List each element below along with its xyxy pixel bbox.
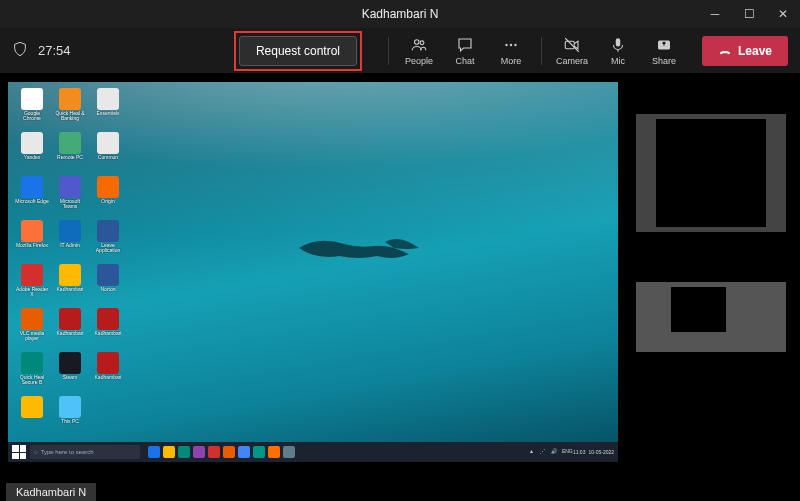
icon-label: Origin: [101, 199, 114, 204]
taskbar-app[interactable]: [223, 446, 235, 458]
desktop-icon[interactable]: [14, 396, 50, 438]
people-icon: [410, 36, 428, 54]
app-icon: [59, 132, 81, 154]
hangup-icon: [718, 44, 732, 58]
app-icon: [59, 88, 81, 110]
desktop-icon[interactable]: Common: [90, 132, 126, 174]
search-icon: ○: [34, 449, 38, 455]
clock-date: 10-05-2022: [588, 449, 614, 455]
more-button[interactable]: More: [489, 36, 533, 66]
desktop-icon[interactable]: Microsoft Teams: [52, 176, 88, 218]
divider: [388, 37, 389, 65]
share-button[interactable]: Share: [642, 36, 686, 66]
icon-label: This PC: [61, 419, 79, 424]
desktop-icon[interactable]: This PC: [52, 396, 88, 438]
participant-name-tag: Kadhambari N: [6, 483, 96, 501]
taskbar-app[interactable]: [253, 446, 265, 458]
desktop-icon[interactable]: VLC media player: [14, 308, 50, 350]
app-icon: [97, 220, 119, 242]
app-icon: [21, 264, 43, 286]
icon-label: Common: [98, 155, 118, 160]
desktop-icon[interactable]: Leave Application: [90, 220, 126, 262]
shared-taskbar[interactable]: ○ Type here to search ▲ ⋰ 🔊 ENG 11:03 10…: [8, 442, 618, 462]
desktop-icon[interactable]: Yandex: [14, 132, 50, 174]
app-icon: [59, 176, 81, 198]
taskbar-app[interactable]: [208, 446, 220, 458]
participant-thumbnail[interactable]: [636, 114, 786, 232]
svg-rect-7: [616, 38, 621, 46]
desktop-icon[interactable]: Microsoft Edge: [14, 176, 50, 218]
desktop-icon[interactable]: Remote PC: [52, 132, 88, 174]
request-control-button[interactable]: Request control: [239, 36, 357, 66]
taskbar-app[interactable]: [238, 446, 250, 458]
volume-icon: 🔊: [551, 448, 559, 456]
app-icon: [97, 132, 119, 154]
taskbar-search[interactable]: ○ Type here to search: [30, 445, 140, 459]
svg-point-3: [510, 43, 512, 45]
icon-label: Microsoft Edge: [15, 199, 48, 204]
taskbar-app[interactable]: [283, 446, 295, 458]
app-icon: [59, 308, 81, 330]
icon-label: Norton: [100, 287, 115, 292]
system-tray[interactable]: ▲ ⋰ 🔊 ENG 11:03 10-05-2022: [529, 448, 614, 456]
app-icon: [21, 176, 43, 198]
window-controls: ─ ☐ ✕: [698, 0, 800, 28]
desktop-icon[interactable]: Google Chrome: [14, 88, 50, 130]
taskbar-app[interactable]: [268, 446, 280, 458]
desktop-icon[interactable]: IT Admin: [52, 220, 88, 262]
camera-button[interactable]: Camera: [550, 36, 594, 66]
self-thumbnail[interactable]: [636, 282, 786, 352]
main-stage: Google ChromeQuick Heal & BankingEssenti…: [0, 74, 632, 501]
search-placeholder: Type here to search: [41, 449, 94, 455]
start-button[interactable]: [12, 445, 26, 459]
tray-icon: ▲: [529, 448, 537, 456]
more-label: More: [501, 56, 522, 66]
icon-label: Essentials: [97, 111, 120, 116]
request-control-highlight: Request control: [234, 31, 362, 71]
desktop-icon[interactable]: Quick Heal & Banking: [52, 88, 88, 130]
shared-screen[interactable]: Google ChromeQuick Heal & BankingEssenti…: [8, 82, 618, 462]
app-icon: [97, 88, 119, 110]
desktop-icon[interactable]: Origin: [90, 176, 126, 218]
desktop-icon[interactable]: Kadhambari: [90, 352, 126, 394]
more-icon: [502, 36, 520, 54]
desktop-icon[interactable]: Adobe Reader X: [14, 264, 50, 306]
desktop-icon[interactable]: Kadhambari: [90, 308, 126, 350]
call-title: Kadhambari N: [362, 7, 439, 21]
taskbar-app[interactable]: [178, 446, 190, 458]
icon-label: Kadhambari: [95, 375, 122, 380]
close-button[interactable]: ✕: [766, 0, 800, 28]
app-icon: [21, 88, 43, 110]
taskbar-app[interactable]: [148, 446, 160, 458]
icon-label: Kadhambari: [57, 331, 84, 336]
desktop-icons-grid: Google ChromeQuick Heal & BankingEssenti…: [14, 88, 126, 438]
app-icon: [97, 352, 119, 374]
maximize-button[interactable]: ☐: [732, 0, 766, 28]
icon-label: Adobe Reader X: [15, 287, 49, 297]
desktop-icon[interactable]: Mozilla Firefox: [14, 220, 50, 262]
share-label: Share: [652, 56, 676, 66]
wifi-icon: ⋰: [540, 448, 548, 456]
desktop-icon[interactable]: Quick Heal Secure B: [14, 352, 50, 394]
desktop-icon[interactable]: Steam: [52, 352, 88, 394]
svg-line-6: [565, 38, 579, 52]
chat-button[interactable]: Chat: [443, 36, 487, 66]
taskbar-app[interactable]: [163, 446, 175, 458]
app-icon: [21, 396, 43, 418]
app-icon: [21, 220, 43, 242]
desktop-icon[interactable]: Kadhambari: [52, 308, 88, 350]
desktop-icon[interactable]: Essentials: [90, 88, 126, 130]
icon-label: Mozilla Firefox: [16, 243, 48, 248]
minimize-button[interactable]: ─: [698, 0, 732, 28]
camera-off-icon: [563, 36, 581, 54]
taskbar-app[interactable]: [193, 446, 205, 458]
wallpaper-swimmer: [289, 226, 429, 276]
taskbar-apps: [148, 446, 295, 458]
desktop-icon[interactable]: Norton: [90, 264, 126, 306]
call-toolbar: 27:54 Request control People Chat More C…: [0, 28, 800, 74]
mic-button[interactable]: Mic: [596, 36, 640, 66]
leave-button[interactable]: Leave: [702, 36, 788, 66]
desktop-icon[interactable]: Kadhambari: [52, 264, 88, 306]
icon-label: Google Chrome: [15, 111, 49, 121]
people-button[interactable]: People: [397, 36, 441, 66]
